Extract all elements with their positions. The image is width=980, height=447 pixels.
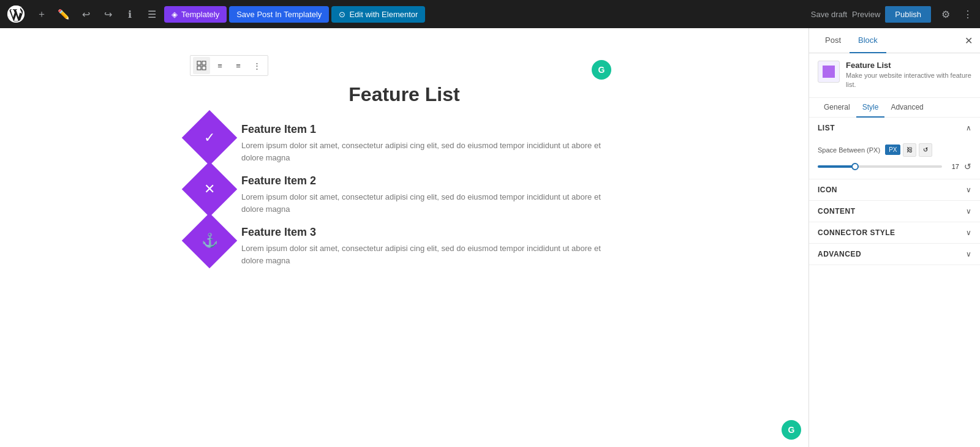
- main-toolbar: ＋ ✏️ ↩ ↪ ℹ ☰ ◈ Templately Save Post In T…: [0, 0, 980, 28]
- space-between-value: 17: [947, 163, 959, 170]
- elementor-label: Edit with Elementor: [349, 10, 418, 19]
- icon-section-title: Icon: [818, 186, 837, 194]
- plugin-name: Feature List: [846, 61, 971, 70]
- feature-desc-2: Lorem ipsum dolor sit amet, consectetur …: [241, 191, 619, 215]
- list-section-title: List: [818, 124, 835, 132]
- right-panel: Post Block ✕ Feature List Make your webs…: [809, 28, 980, 447]
- tools-button[interactable]: ✏️: [54, 4, 74, 24]
- block-tool-align-center[interactable]: ≡: [230, 57, 247, 74]
- feature-item-3: ⚓ Feature Item 3 Lorem ipsum dolor sit a…: [190, 221, 619, 266]
- tab-general[interactable]: General: [818, 98, 856, 118]
- advanced-section: Advanced ∨: [809, 244, 980, 265]
- templately-label: Templately: [181, 10, 219, 19]
- feature-list: ✓ Feature Item 1 Lorem ipsum dolor sit a…: [190, 118, 619, 266]
- space-between-slider-row: 17 ↺: [818, 162, 971, 171]
- plugin-icon: [818, 61, 840, 83]
- settings-button[interactable]: ⚙: [936, 4, 956, 24]
- canvas: ≡ ≡ ⋮ Feature List G ✓: [0, 28, 809, 447]
- svg-rect-2: [202, 61, 206, 65]
- reset-small-btn[interactable]: ↺: [919, 143, 932, 157]
- space-between-row: Space Between (PX) PX ⛓ ↺: [818, 143, 971, 157]
- feature-item: ✓ Feature Item 1 Lorem ipsum dolor sit a…: [190, 118, 619, 170]
- feature-title-2: Feature Item 2: [241, 175, 619, 187]
- save-post-label: Save Post In Templately: [236, 10, 322, 19]
- content-chevron-icon: ∨: [966, 207, 971, 216]
- panel-tabs: Post Block ✕: [809, 28, 980, 53]
- svg-rect-3: [197, 66, 201, 70]
- plugin-header: Feature List Make your website interacti…: [809, 53, 980, 98]
- block-toolbar: ≡ ≡ ⋮: [190, 55, 268, 76]
- undo-button[interactable]: ↩: [76, 4, 96, 24]
- plugin-info: Feature List Make your website interacti…: [846, 61, 971, 90]
- icon-col-3: ⚓: [190, 221, 229, 266]
- add-block-button[interactable]: ＋: [32, 4, 51, 24]
- tab-style[interactable]: Style: [856, 98, 885, 118]
- connector-style-title: Connector Style: [818, 228, 895, 237]
- content-section-header[interactable]: Content ∨: [809, 201, 980, 222]
- feature-desc-3: Lorem ipsum dolor sit amet, consectetur …: [241, 242, 619, 266]
- feature-content-1: Feature Item 1 Lorem ipsum dolor sit ame…: [241, 118, 619, 170]
- tab-block[interactable]: Block: [850, 28, 886, 53]
- unit-px-btn[interactable]: PX: [885, 145, 900, 155]
- templately-button[interactable]: ◈ Templately: [164, 6, 227, 23]
- save-draft-button[interactable]: Save draft: [811, 10, 847, 19]
- save-draft-label: Save draft: [811, 10, 847, 19]
- block-tool-widget[interactable]: [193, 57, 210, 74]
- feature-desc-1: Lorem ipsum dolor sit amet, consectetur …: [241, 140, 619, 163]
- space-between-controls: PX ⛓ ↺: [885, 143, 971, 157]
- space-between-slider-track[interactable]: [818, 165, 942, 168]
- svg-rect-4: [202, 66, 206, 70]
- elementor-button[interactable]: ⊙ Edit with Elementor: [331, 6, 425, 23]
- advanced-section-title: Advanced: [818, 250, 861, 258]
- list-section-header[interactable]: List ∧: [809, 118, 980, 138]
- content-section: Content ∨: [809, 201, 980, 222]
- main-area: ≡ ≡ ⋮ Feature List G ✓: [0, 28, 980, 447]
- slider-thumb[interactable]: [851, 163, 859, 170]
- feature-title-1: Feature Item 1: [241, 123, 619, 136]
- connector-style-section-header[interactable]: Connector Style ∨: [809, 222, 980, 243]
- advanced-chevron-icon: ∨: [966, 250, 971, 258]
- icon-symbol-3: ⚓: [202, 233, 218, 249]
- connector-style-section: Connector Style ∨: [809, 222, 980, 244]
- content-section-title: Content: [818, 207, 856, 216]
- tab-post[interactable]: Post: [816, 28, 850, 53]
- style-tabs: General Style Advanced: [809, 98, 980, 118]
- toolbar-right-actions: Save draft Preview Publish ⚙ ⋮: [811, 4, 975, 24]
- feature-icon-1[interactable]: ✓: [182, 110, 238, 166]
- tab-advanced[interactable]: Advanced: [884, 98, 929, 118]
- space-between-label: Space Between (PX): [818, 146, 880, 154]
- more-options-button[interactable]: ⋮: [960, 7, 975, 21]
- publish-button[interactable]: Publish: [885, 6, 931, 23]
- block-tool-align-left[interactable]: ≡: [211, 57, 228, 74]
- feature-icon-3[interactable]: ⚓: [182, 213, 238, 269]
- templately-icon: ◈: [172, 10, 178, 19]
- grammarly-icon-top: G: [592, 60, 611, 80]
- icon-symbol-2: ✕: [204, 181, 215, 197]
- connector-style-chevron-icon: ∨: [966, 228, 971, 237]
- list-view-button[interactable]: ☰: [142, 4, 162, 24]
- link-icon-btn[interactable]: ⛓: [903, 143, 916, 157]
- panel-close-button[interactable]: ✕: [965, 28, 973, 53]
- icon-section-header[interactable]: Icon ∨: [809, 179, 980, 200]
- wp-logo[interactable]: [5, 3, 27, 25]
- feature-item-2: ✕ Feature Item 2 Lorem ipsum dolor sit a…: [190, 170, 619, 221]
- plugin-icon-inner: [823, 66, 835, 78]
- block-tool-more[interactable]: ⋮: [248, 57, 265, 74]
- svg-rect-1: [197, 61, 201, 65]
- list-chevron-icon: ∧: [966, 124, 971, 132]
- info-button[interactable]: ℹ: [120, 4, 140, 24]
- slider-fill: [818, 165, 855, 168]
- redo-button[interactable]: ↪: [98, 4, 118, 24]
- icon-section: Icon ∨: [809, 179, 980, 201]
- reset-value-btn[interactable]: ↺: [964, 162, 971, 171]
- preview-button[interactable]: Preview: [852, 10, 880, 19]
- feature-content-3: Feature Item 3 Lorem ipsum dolor sit ame…: [241, 221, 619, 266]
- plugin-desc: Make your website interactive with featu…: [846, 71, 971, 90]
- save-post-button[interactable]: Save Post In Templately: [229, 6, 329, 23]
- grammarly-icon-bottom: G: [782, 420, 801, 440]
- advanced-section-header[interactable]: Advanced ∨: [809, 244, 980, 265]
- publish-label: Publish: [895, 10, 921, 19]
- elementor-icon: ⊙: [339, 10, 345, 19]
- feature-icon-2[interactable]: ✕: [182, 162, 238, 217]
- preview-label: Preview: [852, 10, 880, 19]
